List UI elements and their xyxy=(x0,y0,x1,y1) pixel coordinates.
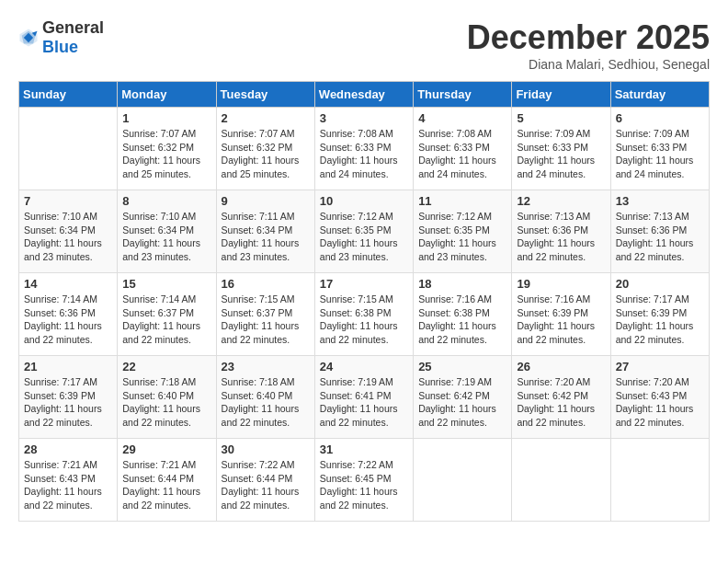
title-area: December 2025 Diana Malari, Sedhiou, Sen… xyxy=(467,18,710,72)
day-info: Sunrise: 7:09 AMSunset: 6:33 PMDaylight:… xyxy=(517,127,605,181)
week-row-4: 28Sunrise: 7:21 AMSunset: 6:43 PMDayligh… xyxy=(19,439,710,522)
calendar-cell: 27Sunrise: 7:20 AMSunset: 6:43 PMDayligh… xyxy=(610,356,709,439)
day-info: Sunrise: 7:20 AMSunset: 6:42 PMDaylight:… xyxy=(517,375,605,430)
day-info: Sunrise: 7:20 AMSunset: 6:43 PMDaylight:… xyxy=(616,375,704,430)
calendar-cell: 19Sunrise: 7:16 AMSunset: 6:39 PMDayligh… xyxy=(512,273,610,356)
day-info: Sunrise: 7:18 AMSunset: 6:40 PMDaylight:… xyxy=(222,375,310,430)
month-title: December 2025 xyxy=(467,18,710,57)
calendar-cell: 12Sunrise: 7:13 AMSunset: 6:36 PMDayligh… xyxy=(512,190,610,273)
week-row-2: 14Sunrise: 7:14 AMSunset: 6:36 PMDayligh… xyxy=(19,273,710,356)
day-number: 10 xyxy=(320,194,408,208)
calendar-cell: 31Sunrise: 7:22 AMSunset: 6:45 PMDayligh… xyxy=(314,439,413,522)
calendar-cell: 21Sunrise: 7:17 AMSunset: 6:39 PMDayligh… xyxy=(19,356,118,439)
day-info: Sunrise: 7:22 AMSunset: 6:45 PMDaylight:… xyxy=(320,458,408,512)
calendar-cell xyxy=(610,439,709,522)
header-sunday: Sunday xyxy=(19,82,118,108)
calendar-cell: 23Sunrise: 7:18 AMSunset: 6:40 PMDayligh… xyxy=(216,356,314,439)
day-info: Sunrise: 7:17 AMSunset: 6:39 PMDaylight:… xyxy=(24,375,112,430)
day-number: 4 xyxy=(418,111,506,125)
day-info: Sunrise: 7:15 AMSunset: 6:37 PMDaylight:… xyxy=(222,293,310,347)
calendar-cell: 29Sunrise: 7:21 AMSunset: 6:44 PMDayligh… xyxy=(118,439,216,522)
calendar-cell: 30Sunrise: 7:22 AMSunset: 6:44 PMDayligh… xyxy=(216,439,314,522)
day-info: Sunrise: 7:07 AMSunset: 6:32 PMDaylight:… xyxy=(122,127,210,181)
calendar-cell: 20Sunrise: 7:17 AMSunset: 6:39 PMDayligh… xyxy=(610,273,709,356)
day-info: Sunrise: 7:14 AMSunset: 6:36 PMDaylight:… xyxy=(24,293,112,347)
day-number: 21 xyxy=(24,360,112,373)
day-info: Sunrise: 7:13 AMSunset: 6:36 PMDaylight:… xyxy=(616,210,704,264)
day-number: 25 xyxy=(418,360,506,373)
logo-blue: Blue xyxy=(42,38,78,56)
calendar-cell: 14Sunrise: 7:14 AMSunset: 6:36 PMDayligh… xyxy=(19,273,118,356)
calendar-cell xyxy=(19,108,118,190)
page-header: General Blue December 2025 Diana Malari,… xyxy=(18,18,710,72)
calendar-cell: 4Sunrise: 7:08 AMSunset: 6:33 PMDaylight… xyxy=(414,108,512,190)
day-info: Sunrise: 7:19 AMSunset: 6:41 PMDaylight:… xyxy=(320,375,408,430)
day-number: 13 xyxy=(616,194,704,208)
day-info: Sunrise: 7:09 AMSunset: 6:33 PMDaylight:… xyxy=(616,127,704,181)
day-info: Sunrise: 7:19 AMSunset: 6:42 PMDaylight:… xyxy=(418,375,506,430)
calendar-cell xyxy=(512,439,610,522)
day-number: 15 xyxy=(122,277,210,291)
calendar-cell: 6Sunrise: 7:09 AMSunset: 6:33 PMDaylight… xyxy=(610,108,709,190)
day-number: 22 xyxy=(122,360,210,373)
day-info: Sunrise: 7:21 AMSunset: 6:43 PMDaylight:… xyxy=(24,458,112,512)
header-thursday: Thursday xyxy=(414,82,512,108)
calendar-cell: 9Sunrise: 7:11 AMSunset: 6:34 PMDaylight… xyxy=(216,190,314,273)
day-number: 2 xyxy=(222,111,310,125)
day-number: 12 xyxy=(517,194,605,208)
week-row-0: 1Sunrise: 7:07 AMSunset: 6:32 PMDaylight… xyxy=(19,108,710,190)
day-number: 27 xyxy=(616,360,704,373)
day-info: Sunrise: 7:16 AMSunset: 6:39 PMDaylight:… xyxy=(517,293,605,347)
day-number: 28 xyxy=(24,442,112,456)
logo-icon xyxy=(18,28,39,48)
calendar-cell: 10Sunrise: 7:12 AMSunset: 6:35 PMDayligh… xyxy=(314,190,413,273)
day-info: Sunrise: 7:08 AMSunset: 6:33 PMDaylight:… xyxy=(418,127,506,181)
header-wednesday: Wednesday xyxy=(314,82,413,108)
calendar-cell: 25Sunrise: 7:19 AMSunset: 6:42 PMDayligh… xyxy=(414,356,512,439)
day-number: 6 xyxy=(616,111,704,125)
day-number: 5 xyxy=(517,111,605,125)
location-subtitle: Diana Malari, Sedhiou, Senegal xyxy=(467,57,710,72)
day-info: Sunrise: 7:08 AMSunset: 6:33 PMDaylight:… xyxy=(320,127,408,181)
day-info: Sunrise: 7:10 AMSunset: 6:34 PMDaylight:… xyxy=(24,210,112,264)
day-number: 14 xyxy=(24,277,112,291)
calendar-cell xyxy=(414,439,512,522)
calendar-cell: 18Sunrise: 7:16 AMSunset: 6:38 PMDayligh… xyxy=(414,273,512,356)
calendar-table: SundayMondayTuesdayWednesdayThursdayFrid… xyxy=(18,81,710,522)
day-number: 17 xyxy=(320,277,408,291)
header-monday: Monday xyxy=(118,82,216,108)
day-number: 26 xyxy=(517,360,605,373)
calendar-cell: 15Sunrise: 7:14 AMSunset: 6:37 PMDayligh… xyxy=(118,273,216,356)
day-info: Sunrise: 7:13 AMSunset: 6:36 PMDaylight:… xyxy=(517,210,605,264)
day-info: Sunrise: 7:16 AMSunset: 6:38 PMDaylight:… xyxy=(418,293,506,347)
day-number: 20 xyxy=(616,277,704,291)
day-number: 16 xyxy=(222,277,310,291)
week-row-3: 21Sunrise: 7:17 AMSunset: 6:39 PMDayligh… xyxy=(19,356,710,439)
day-info: Sunrise: 7:18 AMSunset: 6:40 PMDaylight:… xyxy=(122,375,210,430)
day-number: 7 xyxy=(24,194,112,208)
header-friday: Friday xyxy=(512,82,610,108)
day-info: Sunrise: 7:11 AMSunset: 6:34 PMDaylight:… xyxy=(222,210,310,264)
calendar-cell: 28Sunrise: 7:21 AMSunset: 6:43 PMDayligh… xyxy=(19,439,118,522)
calendar-cell: 17Sunrise: 7:15 AMSunset: 6:38 PMDayligh… xyxy=(314,273,413,356)
day-number: 1 xyxy=(122,111,210,125)
week-row-1: 7Sunrise: 7:10 AMSunset: 6:34 PMDaylight… xyxy=(19,190,710,273)
logo-text: General Blue xyxy=(42,18,104,57)
day-info: Sunrise: 7:10 AMSunset: 6:34 PMDaylight:… xyxy=(122,210,210,264)
header-tuesday: Tuesday xyxy=(216,82,314,108)
day-number: 9 xyxy=(222,194,310,208)
header-saturday: Saturday xyxy=(610,82,709,108)
day-number: 24 xyxy=(320,360,408,373)
calendar-cell: 16Sunrise: 7:15 AMSunset: 6:37 PMDayligh… xyxy=(216,273,314,356)
day-number: 3 xyxy=(320,111,408,125)
day-number: 18 xyxy=(418,277,506,291)
calendar-cell: 24Sunrise: 7:19 AMSunset: 6:41 PMDayligh… xyxy=(314,356,413,439)
day-number: 8 xyxy=(122,194,210,208)
calendar-cell: 13Sunrise: 7:13 AMSunset: 6:36 PMDayligh… xyxy=(610,190,709,273)
calendar-cell: 2Sunrise: 7:07 AMSunset: 6:32 PMDaylight… xyxy=(216,108,314,190)
day-number: 31 xyxy=(320,442,408,456)
calendar-cell: 26Sunrise: 7:20 AMSunset: 6:42 PMDayligh… xyxy=(512,356,610,439)
logo-general: General xyxy=(42,18,104,37)
day-number: 30 xyxy=(222,442,310,456)
day-info: Sunrise: 7:21 AMSunset: 6:44 PMDaylight:… xyxy=(122,458,210,512)
